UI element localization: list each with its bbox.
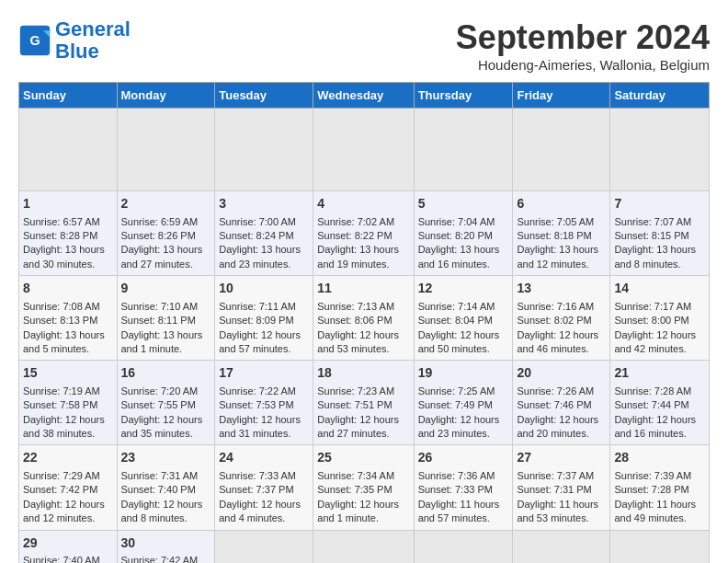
day-number: 30 (121, 534, 211, 553)
day-header-monday: Monday (117, 83, 215, 109)
calendar-cell (215, 109, 313, 191)
day-number: 25 (317, 449, 409, 467)
calendar-cell: 6Sunrise: 7:05 AM Sunset: 8:18 PM Daylig… (513, 191, 610, 276)
day-number: 9 (121, 280, 211, 298)
calendar-cell: 25Sunrise: 7:34 AM Sunset: 7:35 PM Dayli… (313, 445, 414, 530)
day-number: 24 (219, 449, 309, 467)
calendar-cell (313, 109, 414, 191)
calendar-row: 22Sunrise: 7:29 AM Sunset: 7:42 PM Dayli… (19, 445, 710, 530)
calendar-cell (610, 530, 710, 563)
calendar-cell: 7Sunrise: 7:07 AM Sunset: 8:15 PM Daylig… (610, 191, 710, 276)
day-number: 3 (219, 195, 309, 213)
calendar-cell: 27Sunrise: 7:37 AM Sunset: 7:31 PM Dayli… (513, 445, 610, 530)
svg-text:G: G (29, 34, 40, 49)
day-info: Sunrise: 7:20 AM Sunset: 7:55 PM Dayligh… (121, 385, 203, 439)
day-info: Sunrise: 7:31 AM Sunset: 7:40 PM Dayligh… (121, 470, 203, 523)
day-info: Sunrise: 7:14 AM Sunset: 8:04 PM Dayligh… (418, 301, 500, 354)
calendar-cell: 30Sunrise: 7:42 AM Sunset: 7:24 PM Dayli… (117, 530, 215, 563)
day-info: Sunrise: 7:11 AM Sunset: 8:09 PM Dayligh… (219, 301, 301, 354)
day-info: Sunrise: 7:23 AM Sunset: 7:51 PM Dayligh… (317, 385, 399, 439)
calendar-cell: 12Sunrise: 7:14 AM Sunset: 8:04 PM Dayli… (414, 276, 513, 361)
calendar-cell: 9Sunrise: 7:10 AM Sunset: 8:11 PM Daylig… (117, 276, 215, 361)
calendar-cell: 2Sunrise: 6:59 AM Sunset: 8:26 PM Daylig… (117, 191, 215, 276)
day-info: Sunrise: 7:00 AM Sunset: 8:24 PM Dayligh… (219, 216, 301, 270)
calendar-cell: 3Sunrise: 7:00 AM Sunset: 8:24 PM Daylig… (215, 191, 313, 276)
calendar-cell: 26Sunrise: 7:36 AM Sunset: 7:33 PM Dayli… (414, 445, 513, 530)
day-number: 21 (614, 364, 705, 383)
day-info: Sunrise: 7:17 AM Sunset: 8:00 PM Dayligh… (614, 301, 696, 354)
day-header-friday: Friday (513, 83, 610, 109)
calendar-cell: 8Sunrise: 7:08 AM Sunset: 8:13 PM Daylig… (19, 276, 118, 361)
day-number: 26 (418, 449, 509, 467)
calendar-row: 1Sunrise: 6:57 AM Sunset: 8:28 PM Daylig… (19, 191, 710, 276)
day-info: Sunrise: 7:07 AM Sunset: 8:15 PM Dayligh… (614, 216, 696, 270)
day-number: 18 (317, 364, 409, 383)
calendar-cell: 16Sunrise: 7:20 AM Sunset: 7:55 PM Dayli… (117, 361, 215, 445)
day-info: Sunrise: 6:59 AM Sunset: 8:26 PM Dayligh… (121, 216, 203, 270)
day-number: 11 (317, 280, 409, 298)
calendar-row: 15Sunrise: 7:19 AM Sunset: 7:58 PM Dayli… (19, 361, 710, 445)
day-number: 12 (418, 280, 509, 298)
day-info: Sunrise: 7:29 AM Sunset: 7:42 PM Dayligh… (23, 470, 105, 523)
logo-text: General Blue (55, 18, 131, 63)
day-info: Sunrise: 7:22 AM Sunset: 7:53 PM Dayligh… (219, 385, 301, 439)
location: Houdeng-Aimeries, Wallonia, Belgium (456, 57, 710, 73)
day-header-saturday: Saturday (610, 83, 710, 109)
month-title: September 2024 (456, 18, 710, 57)
header-row: SundayMondayTuesdayWednesdayThursdayFrid… (19, 83, 710, 109)
calendar-cell: 15Sunrise: 7:19 AM Sunset: 7:58 PM Dayli… (19, 361, 118, 445)
day-number: 7 (614, 195, 705, 213)
calendar-table: SundayMondayTuesdayWednesdayThursdayFrid… (18, 82, 710, 563)
day-number: 14 (614, 280, 705, 298)
day-info: Sunrise: 7:04 AM Sunset: 8:20 PM Dayligh… (418, 216, 500, 270)
calendar-cell (19, 109, 118, 191)
calendar-cell (513, 109, 610, 191)
day-info: Sunrise: 6:57 AM Sunset: 8:28 PM Dayligh… (23, 216, 105, 270)
calendar-cell: 18Sunrise: 7:23 AM Sunset: 7:51 PM Dayli… (313, 361, 414, 445)
title-block: September 2024 Houdeng-Aimeries, Walloni… (456, 18, 710, 73)
calendar-cell: 17Sunrise: 7:22 AM Sunset: 7:53 PM Dayli… (215, 361, 313, 445)
day-info: Sunrise: 7:37 AM Sunset: 7:31 PM Dayligh… (517, 470, 598, 523)
calendar-cell (215, 530, 313, 563)
day-header-wednesday: Wednesday (313, 83, 414, 109)
day-info: Sunrise: 7:34 AM Sunset: 7:35 PM Dayligh… (317, 470, 399, 523)
page-header: G General Blue September 2024 Houdeng-Ai… (18, 18, 710, 73)
calendar-cell (610, 109, 710, 191)
day-number: 22 (23, 449, 113, 467)
calendar-cell: 5Sunrise: 7:04 AM Sunset: 8:20 PM Daylig… (414, 191, 513, 276)
day-info: Sunrise: 7:19 AM Sunset: 7:58 PM Dayligh… (23, 385, 105, 439)
day-number: 6 (517, 195, 606, 213)
day-number: 1 (23, 195, 113, 213)
calendar-cell: 21Sunrise: 7:28 AM Sunset: 7:44 PM Dayli… (610, 361, 710, 445)
day-info: Sunrise: 7:16 AM Sunset: 8:02 PM Dayligh… (517, 301, 598, 354)
day-number: 15 (23, 364, 113, 383)
day-info: Sunrise: 7:02 AM Sunset: 8:22 PM Dayligh… (317, 216, 399, 270)
day-number: 17 (219, 364, 309, 383)
calendar-cell: 4Sunrise: 7:02 AM Sunset: 8:22 PM Daylig… (313, 191, 414, 276)
day-number: 16 (121, 364, 211, 383)
logo-icon: G (18, 24, 51, 57)
day-number: 2 (121, 195, 211, 213)
day-header-tuesday: Tuesday (215, 83, 313, 109)
calendar-cell: 24Sunrise: 7:33 AM Sunset: 7:37 PM Dayli… (215, 445, 313, 530)
day-number: 5 (418, 195, 509, 213)
day-info: Sunrise: 7:08 AM Sunset: 8:13 PM Dayligh… (23, 301, 105, 354)
calendar-cell (513, 530, 610, 563)
calendar-row (19, 109, 710, 191)
calendar-cell: 13Sunrise: 7:16 AM Sunset: 8:02 PM Dayli… (513, 276, 610, 361)
calendar-cell: 28Sunrise: 7:39 AM Sunset: 7:28 PM Dayli… (610, 445, 710, 530)
day-number: 20 (517, 364, 606, 383)
day-info: Sunrise: 7:39 AM Sunset: 7:28 PM Dayligh… (614, 470, 696, 523)
day-info: Sunrise: 7:33 AM Sunset: 7:37 PM Dayligh… (219, 470, 301, 523)
day-info: Sunrise: 7:10 AM Sunset: 8:11 PM Dayligh… (121, 301, 203, 354)
day-number: 4 (317, 195, 409, 213)
day-number: 28 (614, 449, 705, 467)
logo-line2: Blue (55, 40, 99, 63)
calendar-cell (414, 530, 513, 563)
day-number: 13 (517, 280, 606, 298)
day-info: Sunrise: 7:05 AM Sunset: 8:18 PM Dayligh… (517, 216, 598, 270)
logo: G General Blue (18, 18, 131, 63)
calendar-cell (313, 530, 414, 563)
calendar-cell: 22Sunrise: 7:29 AM Sunset: 7:42 PM Dayli… (19, 445, 118, 530)
day-info: Sunrise: 7:28 AM Sunset: 7:44 PM Dayligh… (614, 385, 696, 439)
